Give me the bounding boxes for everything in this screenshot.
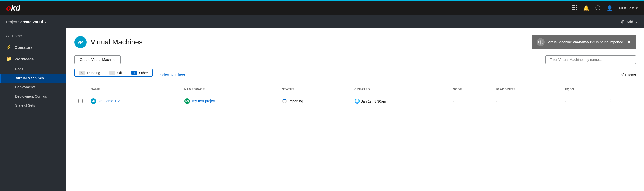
user-chevron: ▾ xyxy=(636,6,638,10)
svg-rect-2 xyxy=(576,5,577,6)
row-actions-button[interactable]: ⋮ xyxy=(608,98,613,104)
status-importing: Importing xyxy=(282,99,347,103)
filter-chip-off[interactable]: 0 Off xyxy=(105,69,127,76)
logo-kd: kd xyxy=(11,3,20,13)
sidebar-operators-label: Operators xyxy=(15,45,33,50)
add-label: Add xyxy=(626,20,633,24)
virtual-machines-table: NAME ↕ NAMESPACE STATUS CREATED NODE IP … xyxy=(74,85,636,108)
filter-chips: 0 Running 0 Off 1 Other xyxy=(74,69,153,77)
filter-count-row: 0 Running 0 Off 1 Other Select All Filte… xyxy=(74,69,636,81)
off-label: Off xyxy=(117,71,122,75)
notification-banner: ⓘ Virtual Machine vm-name-123 is being i… xyxy=(532,35,636,49)
toolbar: Create Virtual Machine xyxy=(74,55,636,64)
navbar-logo[interactable]: o kd xyxy=(6,3,20,13)
table-header-row: NAME ↕ NAMESPACE STATUS CREATED NODE IP … xyxy=(74,85,636,94)
svg-rect-5 xyxy=(576,7,577,8)
other-count: 1 xyxy=(131,71,137,75)
page-title: Virtual Machines xyxy=(91,38,142,46)
sidebar-item-home[interactable]: ⌂ Home xyxy=(0,30,66,41)
table-row: VM vm-name-123 NS my-test-project Imp xyxy=(74,94,636,108)
sidebar-item-pods[interactable]: Pods xyxy=(0,65,66,74)
th-ip-address: IP ADDRESS xyxy=(492,85,561,94)
sidebar-item-virtual-machines[interactable]: Virtual Machines xyxy=(0,74,66,83)
fqdn-value: - xyxy=(565,99,566,103)
layout: ⌂ Home ⚡ Operators 📁 Workloads Pods Virt… xyxy=(0,28,644,191)
row-name-cell: VM vm-name-123 xyxy=(87,94,180,108)
row-checkbox[interactable] xyxy=(78,99,83,103)
filter-chip-running[interactable]: 0 Running xyxy=(75,69,105,76)
sidebar-item-deployment-configs[interactable]: Deployment Configs xyxy=(0,92,66,101)
row-status-cell: Importing xyxy=(278,94,351,108)
sidebar-home-label: Home xyxy=(12,34,22,38)
row-actions-cell: ⋮ xyxy=(603,94,636,108)
sidebar-item-workloads[interactable]: 📁 Workloads xyxy=(0,53,66,65)
th-node: NODE xyxy=(449,85,492,94)
sidebar-item-deployments[interactable]: Deployments xyxy=(0,83,66,92)
th-name: NAME ↕ xyxy=(87,85,180,94)
notification-text: Virtual Machine vm-name-123 is being imp… xyxy=(548,40,624,44)
off-count: 0 xyxy=(109,71,115,75)
row-node-cell: - xyxy=(449,94,492,108)
svg-rect-4 xyxy=(574,7,575,8)
running-count: 0 xyxy=(79,71,85,75)
pods-label: Pods xyxy=(15,67,23,71)
status-text: Importing xyxy=(289,99,303,103)
th-created: CREATED xyxy=(350,85,449,94)
importing-spinner xyxy=(282,99,287,103)
navbar-right: 🔔 ⓘ 👤 First Last ▾ xyxy=(572,5,638,11)
running-label: Running xyxy=(87,71,100,75)
ip-value: - xyxy=(496,99,497,103)
svg-rect-0 xyxy=(572,5,574,6)
workloads-icon: 📁 xyxy=(6,56,12,62)
bell-icon[interactable]: 🔔 xyxy=(583,5,589,11)
sidebar: ⌂ Home ⚡ Operators 📁 Workloads Pods Virt… xyxy=(0,28,66,191)
select-all-filters-button[interactable]: Select All Filters xyxy=(157,73,188,77)
deployments-label: Deployments xyxy=(15,85,36,89)
stateful-sets-label: Stateful Sets xyxy=(15,103,35,107)
project-selector[interactable]: Project: create-vm-ui ⌄ xyxy=(6,20,47,24)
row-fqdn-cell: - xyxy=(561,94,603,108)
create-virtual-machine-button[interactable]: Create Virtual Machine xyxy=(74,55,121,64)
navbar: o kd 🔔 ⓘ 👤 First Last ▾ xyxy=(0,0,644,15)
add-circle-icon: ⊕ xyxy=(621,19,625,25)
user-icon[interactable]: 👤 xyxy=(607,5,613,11)
notification-close-button[interactable]: ✕ xyxy=(627,39,631,45)
vm-page-icon: VM xyxy=(74,36,87,48)
sidebar-item-operators[interactable]: ⚡ Operators xyxy=(0,41,66,53)
filter-input[interactable] xyxy=(545,55,636,64)
row-ip-cell: - xyxy=(492,94,561,108)
main-content: VM Virtual Machines ⓘ Virtual Machine vm… xyxy=(66,28,644,191)
node-value: - xyxy=(453,99,454,103)
notif-vm-name: vm-name-123 xyxy=(573,40,595,44)
project-label: Project: xyxy=(6,20,19,24)
th-checkbox xyxy=(74,85,87,94)
items-count: 1 of 1 items xyxy=(618,73,636,77)
home-icon: ⌂ xyxy=(6,33,9,38)
row-namespace-cell: NS my-test-project xyxy=(180,94,278,108)
ns-badge: NS xyxy=(184,98,190,104)
help-icon[interactable]: ⓘ xyxy=(595,5,600,11)
project-chevron[interactable]: ⌄ xyxy=(44,20,47,24)
bolt-icon: ⚡ xyxy=(6,44,12,50)
th-fqdn: FQDN xyxy=(561,85,603,94)
deployment-configs-label: Deployment Configs xyxy=(15,94,47,98)
vm-name-link[interactable]: vm-name-123 xyxy=(99,99,120,103)
user-menu[interactable]: First Last ▾ xyxy=(619,6,638,10)
notif-text-after: is being imported. xyxy=(595,40,624,44)
page-title-area: VM Virtual Machines xyxy=(74,36,142,48)
svg-rect-7 xyxy=(574,9,575,10)
project-name[interactable]: create-vm-ui xyxy=(20,20,43,24)
th-status: STATUS xyxy=(278,85,351,94)
filter-chip-other[interactable]: 1 Other xyxy=(127,69,152,76)
sort-icon[interactable]: ↕ xyxy=(102,88,103,91)
th-namespace: NAMESPACE xyxy=(180,85,278,94)
svg-rect-8 xyxy=(576,9,577,10)
logo-o: o xyxy=(6,3,11,13)
namespace-link[interactable]: my-test-project xyxy=(192,99,216,103)
add-button[interactable]: ⊕ Add ⌄ xyxy=(621,19,638,25)
grid-icon[interactable] xyxy=(572,5,577,11)
add-chevron: ⌄ xyxy=(635,19,638,24)
sidebar-workloads-label: Workloads xyxy=(15,57,34,61)
th-actions xyxy=(603,85,636,94)
sidebar-item-stateful-sets[interactable]: Stateful Sets xyxy=(0,101,66,110)
